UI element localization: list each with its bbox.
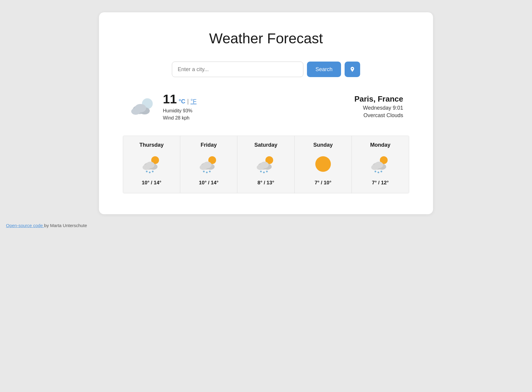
svg-point-10 — [146, 171, 148, 172]
forecast-day: Thursday 10° / 14° — [123, 136, 180, 193]
svg-point-28 — [266, 171, 268, 172]
forecast-icon-cloud-sun-rain — [368, 154, 392, 174]
footer: Open-source code by Marta Unterschute — [6, 223, 87, 228]
celsius-unit[interactable]: °C — [179, 98, 185, 105]
forecast-day: Friday 10° / 14° — [180, 136, 237, 193]
svg-point-36 — [378, 172, 380, 173]
date-time: Wednesday 9:01 — [354, 105, 403, 111]
day-name: Sunday — [313, 142, 333, 148]
current-weather: 11 °C | °F Humidity 93% Wind 28 kph Pari… — [123, 92, 409, 121]
footer-text: by Marta Unterschute — [44, 223, 87, 228]
fahrenheit-unit[interactable]: °F — [190, 98, 196, 105]
current-details: 11 °C | °F Humidity 93% Wind 28 kph — [163, 92, 197, 121]
svg-point-37 — [381, 171, 383, 172]
forecast-temps: 7° / 12° — [372, 180, 389, 186]
forecast-grid: Thursday 10° / 14° Friday 10° / — [123, 136, 409, 193]
wind-line: Wind 28 kph — [163, 115, 197, 121]
humidity-line: Humidity 93% — [163, 108, 197, 114]
app-card: Weather Forecast Search — [99, 12, 433, 215]
day-name: Monday — [370, 142, 390, 148]
svg-point-34 — [375, 162, 383, 168]
forecast-temps: 8° / 13° — [257, 180, 274, 186]
day-name: Friday — [201, 142, 217, 148]
svg-point-35 — [375, 171, 377, 172]
forecast-day: Monday 7° / 12° — [352, 136, 409, 193]
location-icon — [349, 66, 355, 72]
forecast-icon-cloud-sun-rain — [197, 154, 221, 174]
forecast-day: Saturday 8° / 13° — [237, 136, 294, 193]
day-name: Saturday — [254, 142, 277, 148]
forecast-icon-cloud-sun-rain — [254, 154, 278, 174]
temp-separator: | — [187, 98, 189, 105]
forecast-icon-cloud-sun-rain — [140, 154, 163, 174]
svg-point-18 — [203, 171, 205, 172]
forecast-temps: 10° / 14° — [199, 180, 218, 186]
svg-point-11 — [149, 172, 151, 173]
forecast-temps: 10° / 14° — [142, 180, 161, 186]
search-button[interactable]: Search — [307, 62, 341, 77]
svg-point-26 — [260, 171, 262, 172]
svg-point-19 — [206, 172, 208, 173]
temp-line: 11 °C | °F — [163, 92, 197, 106]
svg-point-17 — [203, 162, 212, 168]
svg-point-9 — [146, 162, 155, 168]
app-title: Weather Forecast — [123, 30, 409, 47]
current-left: 11 °C | °F Humidity 93% Wind 28 kph — [129, 92, 197, 121]
search-input[interactable] — [172, 62, 303, 77]
svg-point-4 — [135, 104, 146, 112]
temperature-value: 11 — [163, 92, 177, 106]
current-right: Paris, France Wednesday 9:01 Overcast Cl… — [354, 94, 403, 119]
search-row: Search — [123, 62, 409, 77]
svg-point-27 — [263, 172, 265, 173]
svg-point-12 — [152, 171, 154, 172]
location-button[interactable] — [345, 62, 360, 77]
forecast-temps: 7° / 10° — [315, 180, 331, 186]
forecast-day: Sunday 7° / 10° — [295, 136, 352, 193]
day-name: Thursday — [140, 142, 164, 148]
svg-point-25 — [260, 162, 269, 168]
open-source-link[interactable]: Open-source code — [6, 223, 44, 228]
weather-conditions: Overcast Clouds — [354, 112, 403, 119]
city-name: Paris, France — [354, 94, 403, 104]
current-weather-icon — [129, 96, 156, 117]
svg-point-29 — [315, 156, 331, 172]
forecast-icon-sun — [311, 154, 335, 174]
svg-point-20 — [209, 171, 211, 172]
